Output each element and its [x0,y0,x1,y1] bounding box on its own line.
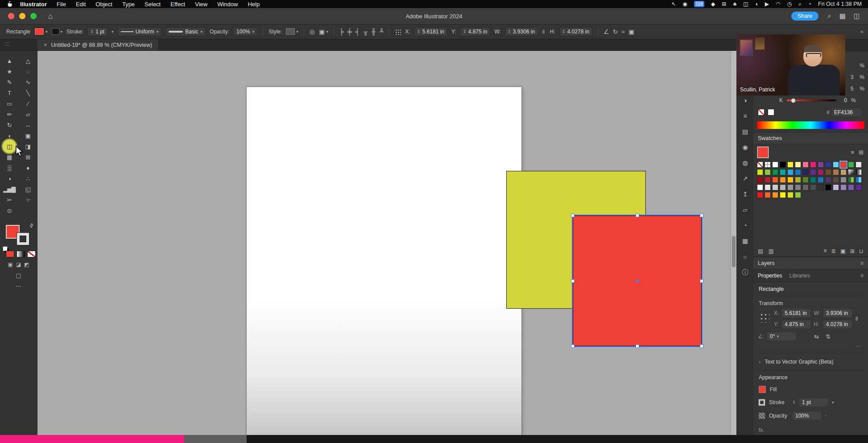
default-fill-stroke-icon[interactable] [3,247,7,251]
text-to-vector-section[interactable]: › Text to Vector Graphic (Beta) [758,353,864,370]
x-field[interactable]: 5.6181 in [782,309,810,317]
window-layout-icon[interactable]: ⊞ [722,1,726,7]
swatch[interactable] [810,177,816,183]
stepper-icon[interactable]: ▲▼ [91,29,93,34]
workspace-icon[interactable]: ◫ [854,12,860,20]
swatch[interactable] [848,184,854,190]
swatch[interactable] [765,177,771,183]
collapse-control-bar-icon[interactable]: « [860,28,868,35]
menu-item[interactable]: Object [95,1,112,8]
swatch[interactable] [856,177,862,183]
control-center-icon[interactable]: ◔ [808,1,811,7]
selection-handle[interactable] [636,214,639,217]
apple-menu-icon[interactable] [6,1,12,8]
style-dropdown-icon[interactable]: ▾ [296,29,298,34]
new-color-group-icon[interactable]: ▣ [840,248,846,254]
minimize-window-button[interactable] [19,13,25,19]
close-window-button[interactable] [8,13,14,19]
selection-tool[interactable]: ▲ [2,55,17,66]
swatch[interactable] [810,169,816,175]
align-center-icon[interactable]: ╪ [347,28,352,35]
swatch[interactable] [772,192,778,198]
stroke-color-swatch[interactable] [52,28,59,35]
libraries-panel-icon[interactable]: ▦ [742,238,748,244]
swatch[interactable] [772,161,778,168]
selection-handle[interactable] [571,344,575,348]
swatch[interactable] [840,169,847,175]
menu-item[interactable]: Select [145,1,161,8]
y-field[interactable]: ▲▼4.875 in [460,27,491,36]
close-tab-icon[interactable]: × [44,41,47,48]
swatch[interactable] [772,177,778,183]
panel-menu-icon[interactable]: ≡ [860,273,864,279]
swatch[interactable] [780,177,786,183]
canvas[interactable] [37,51,731,435]
progress-buffered[interactable] [184,435,247,443]
direct-selection-tool[interactable]: △ [20,55,35,66]
selection-handle[interactable] [571,279,575,283]
flip-horizontal-icon[interactable]: ⇆ [814,333,819,340]
opacity-field[interactable]: 100% [793,412,821,420]
width-profile-dropdown[interactable]: Uniform ▾ [118,27,162,36]
swatch[interactable] [787,177,794,183]
gradient-tool[interactable]: ▒ [2,162,17,173]
chevron-down-icon[interactable]: ▾ [45,29,48,34]
swatch[interactable] [780,184,786,190]
lasso-tool[interactable]: ◌ [20,66,35,77]
flip-vertical-icon[interactable]: ⇅ [826,333,831,340]
swatch[interactable] [848,161,854,168]
more-options-icon[interactable]: ⋯ [758,340,864,353]
center-point-indicator[interactable] [636,280,639,282]
comments-panel-icon[interactable]: ◔ [743,222,747,228]
chevron-down-icon[interactable]: ▾ [61,29,63,34]
vertical-scrollbar[interactable] [731,51,736,435]
tab-properties[interactable]: Properties [758,273,782,279]
display-icon[interactable]: ◫ [743,1,748,7]
zoom-tool[interactable]: ⊙ [2,205,17,216]
swatch[interactable] [787,184,794,190]
swatch[interactable] [757,169,763,175]
stroke-weight-field[interactable]: 1 pt [799,398,828,406]
h-field[interactable]: ▲▼4.0278 in [559,27,592,36]
swatch[interactable] [825,169,831,175]
shape-builder-tool[interactable]: ◫ [2,141,17,152]
magic-wand-tool[interactable]: ★ [2,66,17,77]
draw-inside-icon[interactable]: ◩ [24,261,29,268]
free-transform-tool[interactable]: ▣ [20,130,35,141]
selected-swatch[interactable] [758,147,768,157]
swatch[interactable] [833,161,839,168]
fill-label[interactable]: Fill [770,386,789,393]
y-field[interactable]: 4.875 in [782,320,810,328]
paintbrush-tool[interactable]: ∕ [20,98,35,109]
shear-field-icon[interactable]: ∠ [603,28,609,35]
wifi-icon[interactable]: ◠ [776,1,780,7]
swatches-panel-icon[interactable]: ◉ [742,144,748,150]
swatch[interactable] [787,192,794,198]
delete-swatch-icon[interactable]: ⊔ [859,248,864,254]
swatch[interactable] [825,161,831,168]
line-segment-tool[interactable]: ╲ [20,87,35,98]
column-graph-tool[interactable]: ▂▅▇ [2,184,17,195]
swatch[interactable] [802,184,809,190]
swap-fill-stroke-icon[interactable]: ⇄ [28,222,35,229]
align-top-icon[interactable]: ╥ [364,28,368,35]
graphic-style-thumbnail[interactable] [286,28,295,35]
list-view-icon[interactable]: ≡ [851,149,855,156]
menu-item[interactable]: Window [217,1,238,8]
rotate-field-icon[interactable]: ↻ [613,28,618,35]
none-button[interactable] [27,251,36,257]
screen-record-icon[interactable]: ◉ [682,1,687,7]
document-tab[interactable]: × Untitled-19* @ 88.89 % (CMYK/Preview) [37,39,159,50]
eyedropper-tool[interactable]: ♦ [20,162,35,173]
dropbox-icon[interactable]: ◆ [711,1,715,7]
edit-toolbar-icon[interactable]: ⋯ [0,283,37,290]
stroke-weight-dropdown-icon[interactable]: ▾ [112,29,114,34]
grid-view-icon[interactable]: ⊞ [859,149,864,156]
draw-normal-icon[interactable]: ▣ [8,261,12,268]
h-field[interactable]: 4.0278 in [823,320,852,328]
chevron-right-icon[interactable]: › [759,358,761,365]
rectangle-tool[interactable]: ▭ [2,98,17,109]
swatch[interactable] [795,177,801,183]
white-color-swatch[interactable] [768,109,774,116]
reference-point-selector[interactable] [395,29,401,35]
